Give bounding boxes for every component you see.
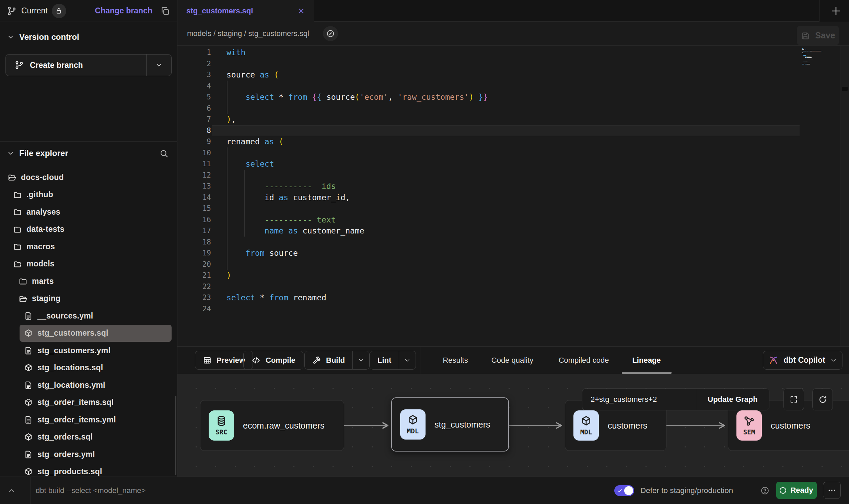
folder-icon bbox=[13, 190, 22, 199]
file-row-models[interactable]: models bbox=[0, 255, 177, 273]
code-line-4[interactable]: 4 bbox=[177, 81, 488, 92]
code-line-18[interactable]: 18 bbox=[177, 237, 488, 248]
build-button-main[interactable]: Build bbox=[305, 351, 352, 369]
sidebar-scrollbar[interactable] bbox=[175, 396, 176, 475]
tab-stg-customers[interactable]: stg_customers.sql bbox=[177, 0, 314, 22]
copy-icon[interactable] bbox=[160, 6, 170, 16]
minimap[interactable] bbox=[802, 48, 840, 89]
lineage-node-ecom-raw-customers[interactable]: SRCecom.raw_customers bbox=[200, 400, 344, 451]
lineage-selector-input[interactable] bbox=[582, 389, 696, 410]
compile-button-main[interactable]: Compile bbox=[244, 351, 303, 369]
panel-tab-code-quality[interactable]: Code quality bbox=[491, 347, 533, 374]
ready-status-badge[interactable]: Ready bbox=[776, 482, 817, 499]
update-graph-button[interactable]: Update Graph bbox=[696, 389, 769, 410]
file-row-stg-locations-sql[interactable]: stg_locations.sql bbox=[0, 359, 177, 377]
code-line-10[interactable]: 10 bbox=[177, 147, 488, 159]
code-line-9[interactable]: 9renamed as ( bbox=[177, 136, 488, 147]
file-row-stg-products-sql[interactable]: stg_products.sql bbox=[0, 463, 177, 477]
editor-scrollbar-thumb[interactable] bbox=[842, 87, 848, 91]
breadcrumb: models / staging / stg_customers.sql bbox=[187, 22, 309, 46]
panel-tab-results[interactable]: Results bbox=[443, 347, 468, 374]
code-line-8[interactable]: 8 bbox=[177, 125, 488, 136]
panel-tab-lineage[interactable]: Lineage bbox=[632, 347, 661, 374]
folder-open-icon bbox=[13, 260, 22, 268]
save-button[interactable]: Save bbox=[797, 26, 839, 45]
code-line-11[interactable]: 11 select bbox=[177, 158, 488, 170]
file-label: stg_orders.yml bbox=[37, 450, 95, 459]
more-options-button[interactable] bbox=[823, 482, 841, 499]
file-row-data-tests[interactable]: data-tests bbox=[0, 221, 177, 238]
file-row-stg-customers-sql[interactable]: stg_customers.sql bbox=[20, 325, 172, 342]
defer-toggle[interactable] bbox=[614, 485, 634, 496]
file-row-stg-orders-yml[interactable]: stg_orders.yml bbox=[0, 446, 177, 463]
file-row--github[interactable]: .github bbox=[0, 186, 177, 204]
version-control-header[interactable]: Version control bbox=[0, 29, 191, 45]
code-line-19[interactable]: 19 from source bbox=[177, 248, 488, 259]
file-row-analyses[interactable]: analyses bbox=[0, 203, 177, 221]
dbt-copilot-button[interactable]: dbt Copilot bbox=[763, 351, 842, 370]
command-input[interactable]: dbt build --select <model_name> bbox=[36, 477, 146, 504]
file-row-marts[interactable]: marts bbox=[0, 273, 177, 290]
node-label: ecom.raw_customers bbox=[243, 421, 325, 431]
compile-button[interactable]: Compile bbox=[243, 351, 303, 370]
code-lines[interactable]: 1with23source as (45 select * from {{ so… bbox=[177, 47, 488, 314]
refresh-button[interactable] bbox=[812, 388, 833, 410]
new-tab-button[interactable] bbox=[830, 5, 841, 16]
semantic-icon bbox=[743, 415, 755, 427]
fullscreen-button[interactable] bbox=[783, 388, 804, 410]
code-line-14[interactable]: 14 id as customer_id, bbox=[177, 192, 488, 203]
code-line-7[interactable]: 7), bbox=[177, 114, 488, 125]
code-line-3[interactable]: 3source as ( bbox=[177, 69, 488, 81]
create-branch-main[interactable]: Create branch bbox=[6, 55, 146, 76]
code-line-20[interactable]: 20 bbox=[177, 259, 488, 270]
lint-button[interactable]: Lint bbox=[370, 351, 416, 370]
folder-icon bbox=[13, 207, 22, 216]
node-label: customers bbox=[608, 421, 647, 431]
panel-tab-compiled-code[interactable]: Compiled code bbox=[559, 347, 609, 374]
code-line-23[interactable]: 23select * from renamed bbox=[177, 292, 488, 303]
line-number: 24 bbox=[177, 303, 211, 315]
file-row-macros[interactable]: macros bbox=[0, 238, 177, 255]
collapse-chevron-up-icon[interactable] bbox=[8, 487, 16, 495]
file-row-stg-order-items-yml[interactable]: stg_order_items.yml bbox=[0, 411, 177, 429]
file-row-stg-order-items-sql[interactable]: stg_order_items.sql bbox=[0, 394, 177, 411]
code-line-15[interactable]: 15 bbox=[177, 203, 488, 214]
code-line-22[interactable]: 22 bbox=[177, 281, 488, 292]
file-row-docs-cloud[interactable]: docs-cloud bbox=[0, 169, 177, 186]
file-row--sources-yml[interactable]: __sources.yml bbox=[0, 307, 177, 325]
code-line-12[interactable]: 12 bbox=[177, 170, 488, 181]
folder-icon bbox=[13, 225, 22, 234]
code-line-24[interactable]: 24 bbox=[177, 303, 488, 315]
folder-open-icon bbox=[19, 294, 27, 303]
file-row-staging[interactable]: staging bbox=[0, 290, 177, 308]
build-dropdown[interactable] bbox=[352, 351, 369, 369]
code-line-5[interactable]: 5 select * from {{ source('ecom', 'raw_c… bbox=[177, 92, 488, 103]
copilot-compass-button[interactable] bbox=[323, 26, 338, 41]
lint-button-main[interactable]: Lint bbox=[370, 351, 399, 369]
chevron-down-icon bbox=[830, 357, 837, 364]
code-line-2[interactable]: 2 bbox=[177, 58, 488, 70]
help-icon[interactable] bbox=[760, 486, 769, 495]
code-line-21[interactable]: 21) bbox=[177, 270, 488, 281]
lineage-panel: SRCecom.raw_customersMDLstg_customersMDL… bbox=[177, 374, 849, 477]
lineage-node-stg-customers[interactable]: MDLstg_customers bbox=[391, 397, 509, 452]
file-explorer-header[interactable]: File explorer bbox=[0, 145, 177, 161]
build-button[interactable]: Build bbox=[304, 351, 370, 370]
file-row-stg-locations-yml[interactable]: stg_locations.yml bbox=[0, 376, 177, 394]
file-row-stg-customers-yml[interactable]: stg_customers.yml bbox=[0, 342, 177, 359]
cube-icon bbox=[407, 414, 419, 426]
lint-dropdown[interactable] bbox=[399, 351, 416, 369]
code-line-17[interactable]: 17 name as customer_name bbox=[177, 225, 488, 237]
line-number: 13 bbox=[177, 181, 211, 192]
code-editor[interactable]: 1with23source as (45 select * from {{ so… bbox=[177, 46, 849, 346]
code-line-16[interactable]: 16 ---------- text bbox=[177, 214, 488, 226]
code-line-1[interactable]: 1with bbox=[177, 47, 488, 58]
create-branch-dropdown[interactable] bbox=[146, 55, 171, 76]
code-line-6[interactable]: 6 bbox=[177, 103, 488, 114]
create-branch-button[interactable]: Create branch bbox=[5, 54, 172, 76]
search-icon[interactable] bbox=[159, 149, 168, 158]
code-line-13[interactable]: 13 ---------- ids bbox=[177, 181, 488, 192]
change-branch-link[interactable]: Change branch bbox=[95, 6, 152, 15]
close-icon[interactable] bbox=[298, 7, 305, 15]
file-row-stg-orders-sql[interactable]: stg_orders.sql bbox=[0, 429, 177, 446]
